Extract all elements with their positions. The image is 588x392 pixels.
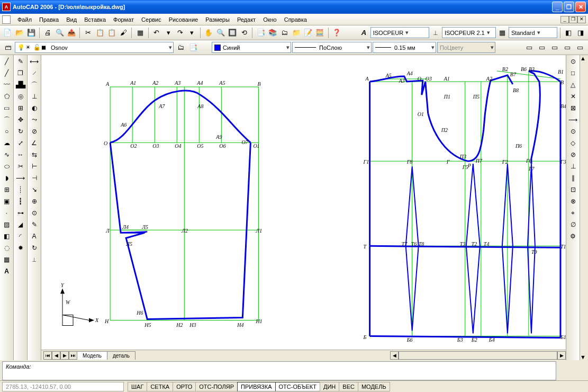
cut-icon[interactable]: ✂ <box>83 27 93 39</box>
markup-icon[interactable]: 📝 <box>303 27 313 39</box>
break-icon[interactable]: ┊ <box>15 184 26 195</box>
osnap-int-icon[interactable]: ✕ <box>567 91 579 102</box>
layer-prev-icon[interactable]: 🗂 <box>175 42 186 54</box>
dim-jog-icon[interactable]: ⤳ <box>29 114 40 125</box>
spline-icon[interactable]: ∿ <box>1 149 13 160</box>
osnap-ext-icon[interactable]: ⟶ <box>567 114 579 125</box>
tab-first-button[interactable]: ⏮ <box>43 351 52 360</box>
rectangle-icon[interactable]: ▭ <box>1 103 13 113</box>
vp1-icon[interactable]: ▭ <box>523 42 535 54</box>
dim-ord-icon[interactable]: ⊥ <box>29 91 40 102</box>
toolpalette-icon[interactable]: 🗂 <box>279 27 290 39</box>
paste-icon[interactable]: 📋 <box>106 27 117 39</box>
dim-style-dropdown[interactable]: ISOCPEUR 2.1▾ <box>442 27 496 38</box>
osnap-par-icon[interactable]: ∥ <box>567 173 579 183</box>
zoom-prev-icon[interactable]: ⟲ <box>239 27 249 39</box>
copy-obj-icon[interactable]: ❐ <box>15 68 26 78</box>
vp3-icon[interactable]: ▭ <box>549 42 560 54</box>
osnap-near-icon[interactable]: ⌖ <box>567 208 579 218</box>
vp2-icon[interactable]: ▭ <box>536 42 548 54</box>
help-icon[interactable]: ❓ <box>331 27 341 39</box>
dim-linear-icon[interactable]: ⟷ <box>29 56 40 67</box>
mode-otrack[interactable]: ОТС-ОБЪЕКТ <box>275 382 320 391</box>
tab-last-button[interactable]: ⏭ <box>69 351 77 360</box>
osnap-appint-icon[interactable]: ⊠ <box>567 103 579 113</box>
osnap-cen-icon[interactable]: ⊙ <box>567 126 579 137</box>
open-icon[interactable]: 📂 <box>14 27 24 39</box>
quickcalc-icon[interactable]: 🧮 <box>314 27 325 39</box>
hscroll-right-button[interactable]: ▶ <box>557 351 566 360</box>
hatch-icon[interactable]: ▨ <box>1 219 13 230</box>
layer-state-icon[interactable]: 📑 <box>187 42 199 54</box>
arc-icon[interactable]: ⌒ <box>1 114 13 125</box>
mode-polar[interactable]: ОТС-ПОЛЯР <box>195 382 238 391</box>
menu-tools[interactable]: Сервис <box>138 15 165 24</box>
table-style-dropdown[interactable]: Standard▾ <box>509 27 557 38</box>
lineweight-dropdown[interactable]: 0.15 мм ▾ <box>373 42 436 53</box>
leader-icon[interactable]: ↘ <box>29 184 40 195</box>
osnap-mid-icon[interactable]: △ <box>567 79 579 90</box>
revcloud-icon[interactable]: ☁ <box>1 138 13 148</box>
osnap-ins-icon[interactable]: ⊡ <box>567 184 579 195</box>
command-line[interactable]: Команда: <box>2 361 556 380</box>
pan-icon[interactable]: ✋ <box>203 27 214 39</box>
menu-insert[interactable]: Вставка <box>80 15 110 24</box>
osnap-qua-icon[interactable]: ◇ <box>567 138 579 148</box>
zoom-window-icon[interactable]: 🔲 <box>227 27 238 39</box>
osnap-none-icon[interactable]: ∅ <box>567 219 579 230</box>
vp4-icon[interactable]: ▭ <box>562 42 573 54</box>
doc-minimize-button[interactable]: _ <box>560 16 569 23</box>
mode-grid[interactable]: СЕТКА <box>147 382 173 391</box>
doc-icon[interactable] <box>2 15 11 24</box>
menu-help[interactable]: Справка <box>281 15 311 24</box>
line-icon[interactable]: ╱ <box>1 56 13 67</box>
table-icon[interactable]: ▦ <box>1 254 13 265</box>
mode-osnap[interactable]: ПРИВЯЗКА <box>237 382 275 391</box>
layer-dropdown[interactable]: 💡 ☀ 🔓 ◼ Osnov ▾ <box>15 42 174 53</box>
qdim-icon[interactable]: ⇆ <box>29 149 40 160</box>
extra2-icon[interactable]: ◨ <box>575 27 586 39</box>
doc-restore-button[interactable]: ❐ <box>569 16 577 23</box>
redo-drop-icon[interactable]: ▾ <box>187 27 197 39</box>
menu-edit[interactable]: Правка <box>35 15 62 24</box>
doc-close-button[interactable]: ✕ <box>577 16 586 23</box>
vscroll-down-button[interactable]: ▼ <box>580 354 588 360</box>
mtext-icon[interactable]: A <box>1 266 13 277</box>
dim-ang-icon[interactable]: ∠ <box>29 138 40 148</box>
redo-icon[interactable]: ↷ <box>175 27 185 39</box>
break2-icon[interactable]: ┇ <box>15 196 26 207</box>
insert-icon[interactable]: ⊞ <box>1 184 13 195</box>
dimstyle-ctrl-icon[interactable]: ⟂ <box>29 254 40 265</box>
close-button[interactable]: ✕ <box>575 2 586 12</box>
linetype-dropdown[interactable]: ПоСлою ▾ <box>292 42 372 53</box>
osnap-per-icon[interactable]: ⊥ <box>567 161 579 172</box>
color-dropdown[interactable]: Синий ▾ <box>212 42 291 53</box>
undo-drop-icon[interactable]: ▾ <box>163 27 174 39</box>
tab-sheet[interactable]: деталь <box>107 351 135 360</box>
move-icon[interactable]: ✥ <box>15 114 26 125</box>
mode-lwt[interactable]: ВЕС <box>339 382 358 391</box>
menu-modify[interactable]: Редакт <box>233 15 259 24</box>
dim-cont-icon[interactable]: ⊣ <box>29 173 40 183</box>
menu-draw[interactable]: Рисование <box>165 15 202 24</box>
sheetset-icon[interactable]: 📁 <box>291 27 301 39</box>
save-icon[interactable]: 💾 <box>26 27 37 39</box>
dimstyle-icon[interactable]: ⟂ <box>430 27 441 39</box>
trim-icon[interactable]: ✂ <box>15 161 26 172</box>
extra1-icon[interactable]: ◧ <box>563 27 574 39</box>
center-icon[interactable]: ⊙ <box>29 208 40 218</box>
matchprop-icon[interactable]: 🖌 <box>118 27 129 39</box>
scale-icon[interactable]: ⤢ <box>15 138 26 148</box>
menu-window[interactable]: Окно <box>259 15 281 24</box>
osnap-tan-icon[interactable]: ⊘ <box>567 149 579 160</box>
tab-next-button[interactable]: ▶ <box>60 351 69 360</box>
menu-file[interactable]: Файл <box>14 15 35 24</box>
maximize-button[interactable]: ❐ <box>564 2 574 12</box>
array-icon[interactable]: ⊞ <box>15 103 26 113</box>
region-icon[interactable]: ◌ <box>1 243 13 253</box>
mode-model[interactable]: МОДЕЛЬ <box>358 382 390 391</box>
osnap-node-icon[interactable]: ⊗ <box>567 196 579 207</box>
coordinates-readout[interactable]: 2785.13, -12410.57, 0.00 <box>2 382 124 391</box>
gradient-icon[interactable]: ◧ <box>1 231 13 242</box>
osnap-temp-icon[interactable]: ⊙ <box>567 56 579 67</box>
